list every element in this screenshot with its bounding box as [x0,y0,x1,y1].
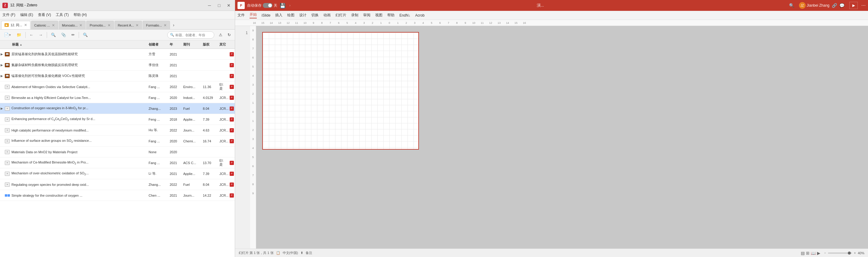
slide-info: 幻灯片 第 1 张，共 1 张 [239,251,274,255]
ppt-more-icon[interactable]: ⋯ [861,3,866,8]
zoom-out-button[interactable]: － [824,251,827,255]
ppt-save-icon[interactable]: 💾 [280,3,286,8]
menu-view[interactable]: 查看 (V) [38,12,51,18]
back-button[interactable]: ← [27,31,36,39]
table-row[interactable]: ▶ ≡ Construction of oxygen vacancies in … [0,103,235,114]
table-row[interactable]: ≡ Regulating oxygen species for promoted… [0,179,235,190]
slide-canvas-area[interactable] [256,26,868,249]
locate-button[interactable]: 🔍 [49,31,58,39]
autosave-toggle[interactable] [263,3,273,8]
ppt-menu-design[interactable]: 设计 [299,13,307,18]
zoom-control: － ＋ 40% [824,251,864,255]
table-row[interactable]: ≡ Enhancing performance of CxCexCeO2 cat… [0,114,235,125]
ppt-menu-endn[interactable]: EndN↓ [399,13,410,18]
ruler-num: 4 [351,22,360,24]
table-row[interactable]: ≡ Abatement of Nitrogen Oxides via Selec… [0,81,235,92]
table-row[interactable]: ≡ Influence of surface active groups on … [0,136,235,147]
share-icon[interactable]: 🔗 [832,3,837,8]
slideshow-button[interactable]: ▶ [817,251,820,256]
tabs-more-button[interactable]: › [170,21,177,29]
normal-view-button[interactable]: ▤ [801,251,805,256]
table-row[interactable]: Simple strategy for the construction of … [0,190,235,201]
annotate-button[interactable]: ✏ [69,31,77,39]
comment-icon[interactable]: 💬 [839,3,844,8]
row-author-3: 陈灵珠 [147,74,168,78]
reading-view-button[interactable]: 📖 [811,251,816,256]
slide-canvas[interactable] [262,32,419,150]
table-row[interactable]: ▶ 📖 层状锰基催化剂的制备及其低温脱硝性能研究 方雪 2021 P [0,49,235,60]
ppt-menu-draw[interactable]: 绘图 [287,13,294,18]
row-icon-12: ≡ [4,172,10,176]
attach-button[interactable]: 📎 [59,31,68,39]
slide-sorter-button[interactable]: ⊞ [806,251,809,256]
ppt-menu-file[interactable]: 文件 [238,13,245,18]
menu-file[interactable]: 文件 (F) [2,12,16,18]
slide-panel-icon[interactable]: 📋 [276,251,280,255]
table-row[interactable]: ≡ Birnessite as a Highly Efficient Catal… [0,92,235,103]
table-row[interactable]: ▶ 📖 锰基催化剂的可控制备及催化燃烧 VOCs 性能研究 陈灵珠 2021 P [0,70,235,81]
ppt-menu-acrob[interactable]: Acrob [415,13,424,18]
table-row[interactable]: ≡ Mechanism of over-stoichiometric oxida… [0,168,235,179]
ppt-search-icon[interactable]: 🔍 [789,3,794,8]
tab-1[interactable]: Cationic ... ✕ [31,21,58,29]
tab-close-4[interactable]: ✕ [135,23,138,27]
maximize-button[interactable]: □ [216,3,223,8]
col-header-author[interactable]: 创建者 [147,42,168,47]
search-all-button[interactable]: 🔍 [81,31,90,39]
close-button[interactable]: ✕ [225,3,232,8]
tab-2[interactable]: Monoato... ✕ [59,21,86,29]
menu-help[interactable]: 帮助 (H) [73,12,87,18]
row-expand-6[interactable]: ▶ [0,107,4,110]
ppt-menu-view[interactable]: 视图 [375,13,382,18]
table-row[interactable]: ≡ Materials Data on MnO2 by Materials Pr… [0,147,235,158]
ppt-menu-record[interactable]: 录制 [351,13,358,18]
tab-5[interactable]: Formatio... ✕ [143,21,170,29]
ppt-menu-transitions[interactable]: 切换 [311,13,318,18]
ppt-menu-help[interactable]: 帮助 [387,13,395,18]
row-rights-14: 14.22 [202,194,218,197]
row-expand-1[interactable]: ▶ [0,53,4,56]
ppt-menu-review[interactable]: 审阅 [363,13,370,18]
row-title-2: 氮掺杂碳材料负载铁氧化物脱硫反应机理研究 [10,63,147,67]
tab-close-3[interactable]: ✕ [107,23,111,27]
search-input[interactable] [176,33,212,37]
ppt-menu-insert[interactable]: 插入 [275,13,282,18]
notes-label[interactable]: 备注 [306,251,312,255]
table-row[interactable]: ▶ 📖 氮掺杂碳材料负载铁氧化物脱硫反应机理研究 李佳佳 2021 P [0,60,235,70]
ruler-num: 6 [436,22,444,24]
ppt-present-button[interactable]: ▶ [849,2,858,9]
tab-current-folder[interactable]: ▶ 12. 同... ✕ [1,21,30,29]
col-header-journal[interactable]: 期刊 [182,42,202,47]
minimize-button[interactable]: ─ [206,3,213,8]
col-header-rights[interactable]: 版权 [202,42,218,47]
menu-edit[interactable]: 编辑 (E) [20,12,33,18]
menu-tools[interactable]: 工具 (T) [56,12,69,18]
ppt-menu-slideshow[interactable]: 幻灯片 [336,13,346,18]
upload-icon[interactable]: ⬆ [301,251,303,255]
alert-button[interactable]: ⚠ [217,31,224,39]
new-item-button[interactable]: 📄+ [2,31,13,39]
col-header-year[interactable]: 年 [168,42,182,47]
tab-close-5[interactable]: ✕ [164,23,167,27]
zoom-in-button[interactable]: ＋ [853,251,857,255]
open-folder-button[interactable]: 📁 [14,31,24,39]
tab-4[interactable]: Recent A... ✕ [115,21,142,29]
row-expand-3[interactable]: ▶ [0,74,4,78]
tab-3[interactable]: Promotio... ✕ [86,21,114,29]
tab-close-2[interactable]: ✕ [79,23,82,27]
status-right: ▤ ⊞ 📖 ▶ － ＋ 40% [801,251,864,256]
table-row[interactable]: ≡ Mechanism of Ce-Modified Birnessite-Mn… [0,158,235,168]
zoom-slider[interactable] [828,253,852,254]
ruler-num: 9 [309,22,318,24]
row-expand-2[interactable]: ▶ [0,63,4,67]
col-header-title[interactable]: 标题 ▲ [10,42,147,47]
sync-button[interactable]: ↻ [225,31,233,39]
forward-button[interactable]: → [37,31,45,39]
tab-close-1[interactable]: ✕ [52,23,55,27]
col-header-other[interactable]: 其它 [218,42,229,47]
ppt-menu-animations[interactable]: 动画 [323,13,331,18]
ppt-menu-islide[interactable]: iSlide [261,13,270,18]
tab-close-0[interactable]: ✕ [24,23,27,27]
ppt-menu-home[interactable]: 开始 [250,12,257,19]
table-row[interactable]: ≡ High catalytic performance of neodymiu… [0,125,235,136]
